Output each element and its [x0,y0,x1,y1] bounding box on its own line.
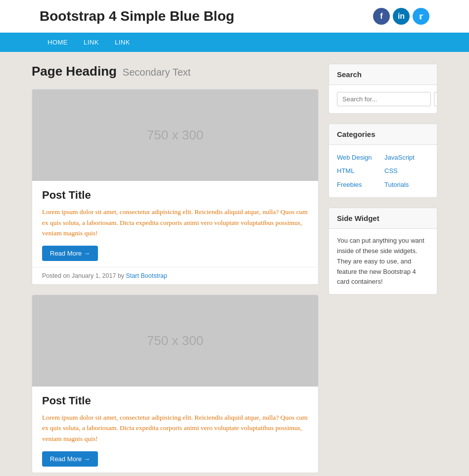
search-widget-body: Go! [329,85,437,113]
category-link[interactable]: Freebies [337,179,381,190]
category-link[interactable]: HTML [337,165,381,176]
nav-link-2[interactable]: LINK [107,33,138,52]
blog-card-body-2: Post Title Lorem ipsum dolor sit amet, c… [32,387,318,473]
page-heading: Page Heading Secondary Text [32,64,319,79]
search-widget-title: Search [329,64,437,85]
read-more-button-2[interactable]: Read More → [42,451,98,467]
blog-card-2: 750 x 300 Post Title Lorem ipsum dolor s… [32,295,319,473]
read-more-button-1[interactable]: Read More → [42,246,98,261]
category-link[interactable]: Tutorials [384,179,429,190]
side-widget-body: You can put anything you want inside of … [329,229,437,294]
blog-image-2: 750 x 300 [32,295,318,387]
page-heading-secondary: Secondary Text [123,67,191,78]
categories-widget: Categories Web DesignJavaScriptHTMLCSSFr… [328,124,437,198]
side-widget-title: Side Widget [329,208,437,229]
post-author-1[interactable]: Start Bootstrap [126,272,167,279]
blog-image-1: 750 x 300 [32,89,318,181]
content-area: Page Heading Secondary Text 750 x 300 Po… [32,64,319,476]
post-title-2: Post Title [42,394,308,407]
social-icons: f in 𝕣 [373,8,429,25]
site-title: Bootstrap 4 Simple Blue Blog [40,8,234,24]
search-button[interactable]: Go! [434,92,437,106]
blog-card-footer-1: Posted on January 1, 2017 by Start Boots… [32,267,318,284]
post-date-1: Posted on January 1, 2017 by [42,272,124,279]
main-nav: HOME LINK LINK [0,33,469,52]
category-link[interactable]: CSS [384,165,429,176]
categories-widget-body: Web DesignJavaScriptHTMLCSSFreebiesTutor… [329,145,437,197]
category-link[interactable]: Web Design [337,152,381,163]
nav-link-1[interactable]: LINK [76,33,107,52]
post-title-1: Post Title [42,189,308,202]
side-widget: Side Widget You can put anything you wan… [328,208,437,295]
twitter-icon[interactable]: 𝕣 [413,8,429,25]
linkedin-icon[interactable]: in [393,8,410,25]
post-excerpt-2: Lorem ipsum dolor sit amet, consectetur … [42,412,308,444]
categories-widget-title: Categories [329,124,437,145]
facebook-icon[interactable]: f [373,8,390,25]
search-widget: Search Go! [328,64,437,114]
nav-home[interactable]: HOME [40,33,76,52]
main-container: Page Heading Secondary Text 750 x 300 Po… [22,64,447,476]
sidebar: Search Go! Categories Web DesignJavaScri… [328,64,437,304]
blog-card-body-1: Post Title Lorem ipsum dolor sit amet, c… [32,181,318,267]
post-excerpt-1: Lorem ipsum dolor sit amet, consectetur … [42,207,308,239]
side-widget-text: You can put anything you want inside of … [337,236,429,287]
category-link[interactable]: JavaScript [384,152,429,163]
page-heading-primary: Page Heading [32,64,117,79]
search-form: Go! [337,92,429,106]
blog-card-1: 750 x 300 Post Title Lorem ipsum dolor s… [32,89,319,285]
site-header: Bootstrap 4 Simple Blue Blog f in 𝕣 [0,0,469,33]
search-input[interactable] [337,92,431,106]
categories-grid: Web DesignJavaScriptHTMLCSSFreebiesTutor… [337,152,429,190]
